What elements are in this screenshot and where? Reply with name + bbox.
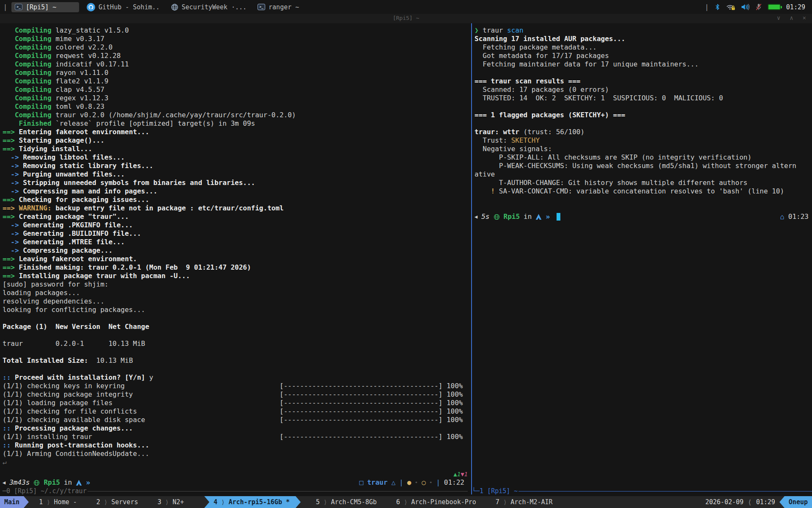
git-status-segment: □ traur △ | ● ∘ ○ ∘ | 01:22 (359, 478, 468, 487)
terminal-line: Fetching package metadata... (475, 43, 812, 52)
bluetooth-icon[interactable] (714, 3, 721, 11)
tab-rpi5-terminal[interactable]: >_ [Rpi5] ~ (11, 2, 79, 12)
close-button[interactable]: × (803, 14, 806, 21)
workspace-name: Servers (111, 498, 138, 506)
terminal-line (475, 119, 812, 128)
workspace-number: 3 (157, 498, 161, 506)
terminal-line: -> Removing static library files... (3, 162, 471, 170)
terminal-line (475, 204, 812, 213)
terminal-line: Compiling flate2 v1.1.9 (3, 77, 471, 86)
terminal-line: P-WEAK-CHECKSUMS: Using weak checksums (… (475, 162, 812, 170)
command-duration: 5s (481, 213, 489, 221)
package-icon: □ (359, 478, 364, 487)
terminal-line: ❯ traur scan (475, 26, 812, 35)
workspace-number: 4 (214, 498, 217, 506)
terminal-titlebar: [Rpi5] ~ ∨ ∧ × (0, 14, 812, 23)
terminal-line: ↵ (3, 458, 471, 467)
chevron-right-icon: ⟩ (324, 499, 327, 505)
left-terminal-pane[interactable]: Compiling lazy_static v1.5.0 Compiling m… (0, 23, 471, 496)
powerline-arrow (24, 496, 29, 508)
tab-ranger-terminal[interactable]: >_ ranger ~ (254, 2, 302, 12)
pane-border-line (88, 491, 468, 491)
terminal-line (475, 196, 812, 204)
github-icon (87, 3, 95, 11)
terminal-window: Compiling lazy_static v1.5.0 Compiling m… (0, 23, 812, 496)
workspace-tab-3[interactable]: 3⟩N2+ (153, 496, 188, 508)
terminal-line: Compiling traur v0.2.0 (/home/shjim/.cac… (3, 111, 471, 119)
workspace-tab-4[interactable]: 4⟩Arch-rpi5-16Gb * (204, 496, 296, 508)
user-badge[interactable]: Oneup (785, 496, 812, 508)
chevron-right-icon: ⟩ (165, 499, 169, 505)
arch-linux-icon (535, 214, 542, 220)
chevron-right-icon: ⟩ (404, 499, 407, 505)
workspace-name: Arch-CM5-8Gb (331, 498, 376, 506)
scroll-down-count: ▼1 (461, 471, 468, 478)
terminal-line: -> Generating .PKGINFO file... (3, 221, 471, 229)
chevron-right-icon: ⟩ (104, 499, 107, 505)
workspace-number: 5 (316, 498, 320, 506)
taskbar-separator: ⟨ (748, 498, 752, 506)
terminal-line: === traur scan results === (475, 77, 812, 86)
workspace-tab-6[interactable]: 6⟩Arch-Pinebook-Pro (392, 496, 480, 508)
terminal-line: Compiling indicatif v0.17.11 (3, 60, 471, 69)
volume-icon[interactable] (741, 3, 750, 11)
right-pane-footer: └─1 [Rpi5] ~ (472, 487, 812, 495)
git-delta-icon: △ (391, 478, 395, 487)
terminal-line: (1/1) loading package files[------------… (3, 399, 471, 407)
terminal-line: :: Running post-transaction hooks... (3, 441, 471, 450)
minimize-button[interactable]: ∨ (777, 14, 780, 21)
terminal-line: Total Installed Size: 10.13 MiB (3, 356, 471, 365)
terminal-line: ==> Entering fakeroot environment... (3, 128, 471, 136)
text-cursor (557, 213, 560, 221)
prompt-back-icon: ◀ (475, 213, 477, 221)
home-icon: ⌂ (780, 213, 785, 221)
tmux-status-bar: Main 1⟩Home -2⟩Servers3⟩N2+4⟩Arch-rpi5-1… (0, 496, 812, 508)
tab-label: [Rpi5] ~ (26, 3, 56, 11)
segment-time: 01:22 (444, 478, 464, 487)
wifi-icon[interactable] (726, 3, 735, 11)
left-pane-footer: ▲1▼1 ◀ 3m43s Rpi5 in » (3, 470, 468, 495)
workspace-tab-5[interactable]: 5⟩Arch-CM5-8Gb (312, 496, 381, 508)
session-badge[interactable]: Main (0, 496, 24, 508)
chevron-right-icon: ⟩ (503, 499, 507, 505)
system-tray: | 01:29 (705, 3, 809, 11)
tab-github[interactable]: GitHub - Sohim.. (83, 2, 163, 13)
terminal-line: -> Purging unwanted files... (3, 170, 471, 179)
workspace-tab-1[interactable]: 1⟩Home - (35, 496, 81, 508)
right-terminal-pane[interactable]: ❯ traur scanScanning 17 installed AUR pa… (472, 23, 812, 496)
terminal-line: (1/1) installing traur[-----------------… (3, 433, 471, 441)
terminal-line: resolving dependencies... (3, 297, 471, 306)
right-prompt-line: ◀ 5s Rpi5 in » ⌂ 01:23 (475, 213, 812, 221)
tab-label: SecurityWeek ·... (182, 3, 247, 11)
terminal-line: -> Removing libtool files... (3, 153, 471, 162)
terminal-icon: >_ (258, 4, 265, 10)
taskbar-time: 01:29 (756, 498, 775, 506)
terminal-line: -> Stripping unneeded symbols from binar… (3, 179, 471, 187)
terminal-line: looking for conflicting packages... (3, 306, 471, 314)
hostname: Rpi5 (44, 478, 60, 487)
battery-icon[interactable] (768, 4, 781, 10)
scroll-indicator: ▲1▼1 (3, 470, 468, 478)
terminal-line (3, 331, 471, 340)
tab-securityweek[interactable]: SecurityWeek ·... (167, 2, 250, 12)
terminal-line (475, 102, 812, 111)
terminal-line (3, 365, 471, 373)
workspace-tab-7[interactable]: 7⟩Arch-M2-AIR (491, 496, 557, 508)
globe-icon (171, 3, 178, 11)
workspace-name: Arch-M2-AIR (510, 498, 552, 506)
top-status-bar: | >_ [Rpi5] ~ GitHub - Sohim.. SecurityW… (0, 0, 812, 14)
microphone-muted-icon[interactable] (755, 3, 762, 11)
maximize-button[interactable]: ∧ (790, 14, 793, 21)
terminal-line: :: Processing package changes... (3, 424, 471, 433)
tab-label: GitHub - Sohim.. (99, 3, 160, 11)
command-duration: 3m43s (9, 478, 30, 487)
terminal-line: ==> Finished making: traur 0.2.0-1 (Mon … (3, 263, 471, 272)
terminal-line (475, 69, 812, 77)
left-terminal-output: Compiling lazy_static v1.5.0 Compiling m… (3, 26, 471, 467)
in-label: in (524, 213, 532, 221)
terminal-line (3, 314, 471, 323)
git-dot-small: ∘ (415, 478, 418, 487)
workspace-tab-2[interactable]: 2⟩Servers (92, 496, 143, 508)
terminal-line: Compiling reqwest v0.12.28 (3, 52, 471, 60)
terminal-line: Fetching maintainer data for 17 unique m… (475, 60, 812, 69)
